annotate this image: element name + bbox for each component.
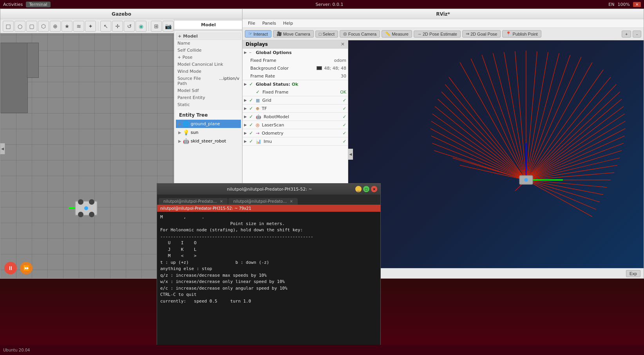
camera-btn[interactable]: 📷	[163, 21, 174, 32]
ff-status-check: ✓	[256, 89, 261, 95]
svg-line-2	[482, 55, 526, 180]
box-btn[interactable]: ⬡	[38, 21, 49, 32]
grid-btn[interactable]: ≋	[73, 21, 84, 32]
tab2-label: nilutpol@nilutpol-Predator-PH315-52: ~	[233, 199, 288, 204]
global-status-label: Global Status: Ok	[256, 82, 346, 87]
sphere-btn[interactable]: ○	[14, 21, 25, 32]
bg-color-label: Background Color	[250, 66, 315, 71]
publish-point-btn[interactable]: 📍 Publish Point	[502, 30, 541, 38]
rotate-btn[interactable]: ↺	[124, 21, 135, 32]
measure-btn[interactable]: 📏 Measure	[382, 30, 412, 38]
arrow-btn[interactable]: ↖	[100, 21, 111, 32]
svg-line-20	[526, 121, 625, 180]
model-tab[interactable]: Model	[174, 21, 242, 29]
entity-icon-gp: 🌐	[183, 121, 189, 127]
minus-btn[interactable]: -	[633, 31, 641, 38]
terminal-tab-2[interactable]: nilutpol@nilutpol-Predator-PH315-52: ~ ✕	[228, 198, 297, 205]
cylinder-btn[interactable]: ▢	[26, 21, 37, 32]
fixed-frame-label: Fixed Frame	[250, 58, 333, 63]
prop-sdf-label: Model Sdf	[177, 88, 239, 93]
svg-line-45	[452, 158, 526, 180]
fast-forward-btn[interactable]: ⏩	[20, 262, 33, 274]
tb-sep2	[148, 22, 149, 31]
imu-row[interactable]: ▶ ✓ 📊 Imu ✓	[242, 137, 348, 145]
select-icon: □	[319, 32, 322, 36]
maximize-btn[interactable]: □	[363, 186, 369, 192]
rviz-menu-help[interactable]: Help	[280, 20, 296, 27]
interact-btn[interactable]: ☞ Interact	[245, 30, 271, 38]
terminal-content[interactable]: M , . Point size in meters. For Holonomi…	[157, 212, 380, 355]
prop-source-row: Source File Path ...iption/v	[176, 75, 241, 87]
prop-pose-row[interactable]: + Pose	[176, 54, 241, 61]
tab1-close[interactable]: ✕	[220, 199, 223, 204]
light-btn[interactable]: ⊕	[50, 21, 61, 32]
exp-button[interactable]: Exp	[626, 270, 640, 277]
ls-check: ✓	[249, 122, 255, 128]
tf-display: ▶ ✓ ⊕ TF ✓	[242, 105, 348, 113]
goal-pose-btn[interactable]: ⇒ 2D Goal Pose	[462, 30, 501, 38]
displays-close-icon[interactable]: ✕	[341, 41, 345, 47]
global-status-row[interactable]: ▶ ✓ Global Status: Ok	[242, 80, 348, 88]
select-btn[interactable]: □ Select	[315, 31, 338, 38]
global-options-row[interactable]: ▶ – Global Options	[242, 49, 348, 56]
expand-btn[interactable]: +	[622, 31, 631, 38]
select-mode-btn[interactable]: □	[3, 21, 14, 32]
collapse-icon: +	[178, 34, 181, 39]
activities-btn[interactable]: Activities	[3, 2, 23, 7]
snap-btn[interactable]: ⊞	[151, 21, 162, 32]
wheel-fr	[89, 199, 94, 205]
entity-robot[interactable]: ▶ 🤖 skid_steer_robot	[176, 137, 241, 146]
entity-ground-plane[interactable]: ▶ 🌐 ground_plane	[176, 120, 241, 128]
rviz-menu-panels[interactable]: Panels	[259, 20, 279, 27]
viewport-collapse-btn[interactable]: ◀	[348, 149, 353, 160]
terminal-close-btn[interactable]: ✕	[371, 186, 377, 192]
od-enabled: ✓	[343, 131, 346, 136]
imu-label: Imu	[264, 139, 342, 144]
pause-btn[interactable]: ⏸	[4, 262, 17, 274]
svg-line-39	[431, 136, 526, 180]
global-options-group: ▶ – Global Options Fixed Frame odom Back…	[242, 49, 348, 80]
move-camera-btn[interactable]: 🎥 Move Camera	[273, 30, 314, 38]
laser-scan-row[interactable]: ▶ ✓ ◎ LaserScan ✓	[242, 121, 348, 129]
pose-estimate-btn[interactable]: → 2D Pose Estimate	[414, 31, 461, 38]
term-line-12: q/z : increase/decrease max speeds by 10…	[160, 272, 377, 279]
lang-indicator: EN	[608, 2, 614, 7]
side-panel-tabs: Model	[174, 19, 242, 31]
imu-enabled: ✓	[343, 139, 346, 144]
move-btn[interactable]: ✛	[112, 21, 123, 32]
focus-camera-btn[interactable]: ◎ Focus Camera	[340, 30, 380, 38]
grid-display: ▶ ✓ ▦ Grid ✓	[242, 96, 348, 105]
model-section-label: Model	[183, 34, 198, 39]
ls-enabled: ✓	[343, 123, 346, 128]
goal-pose-icon: ⇒	[466, 31, 469, 36]
tf-row[interactable]: ▶ ✓ ⊕ TF ✓	[242, 105, 348, 112]
tab2-close[interactable]: ✕	[289, 199, 293, 204]
pose-estimate-icon: →	[417, 32, 421, 36]
grid-row[interactable]: ▶ ✓ ▦ Grid ✓	[242, 96, 348, 104]
rviz-menu-file[interactable]: File	[245, 20, 258, 27]
model-section-header[interactable]: + Model	[176, 32, 241, 40]
battery-indicator: 100%	[618, 2, 630, 7]
wall-geometry	[0, 43, 28, 113]
rviz-titlebar: RViz*	[242, 9, 644, 19]
terminal-btn[interactable]: Terminal	[26, 2, 51, 7]
star-btn[interactable]: ★	[62, 21, 72, 32]
prop-self-collide-label: Self Collide	[177, 48, 239, 53]
terminal-tab-1[interactable]: nilutpol@nilutpol-Predator-PH315-52: ~ ✕	[159, 198, 228, 205]
laser-scan-display: ▶ ✓ ◎ LaserScan ✓	[242, 121, 348, 129]
rviz-3d-viewport[interactable]: ◀	[348, 40, 644, 268]
gs-arrow: ▶	[244, 82, 248, 86]
term-line-16: CTRL-C to quit	[160, 292, 377, 298]
prop-static-label: Static	[177, 102, 239, 107]
left-collapse-btn[interactable]: ◀	[0, 143, 5, 154]
minimize-btn[interactable]: _	[355, 186, 362, 192]
robot-model-row[interactable]: ▶ ✓ 🤖 RobotModel ✓	[242, 113, 348, 121]
close-session-btn[interactable]: ✕	[633, 2, 641, 7]
measure-label: Measure	[392, 32, 409, 36]
odometry-row[interactable]: ▶ ✓ → Odometry ✓	[242, 129, 348, 137]
window-buttons: _ □ ✕	[355, 186, 377, 192]
prop-wind-label: Wind Mode	[177, 69, 239, 74]
scale-btn[interactable]: ◉	[136, 21, 147, 32]
entity-sun[interactable]: ▶ 💡 sun	[176, 128, 241, 137]
sparkle-btn[interactable]: ✦	[85, 21, 96, 32]
